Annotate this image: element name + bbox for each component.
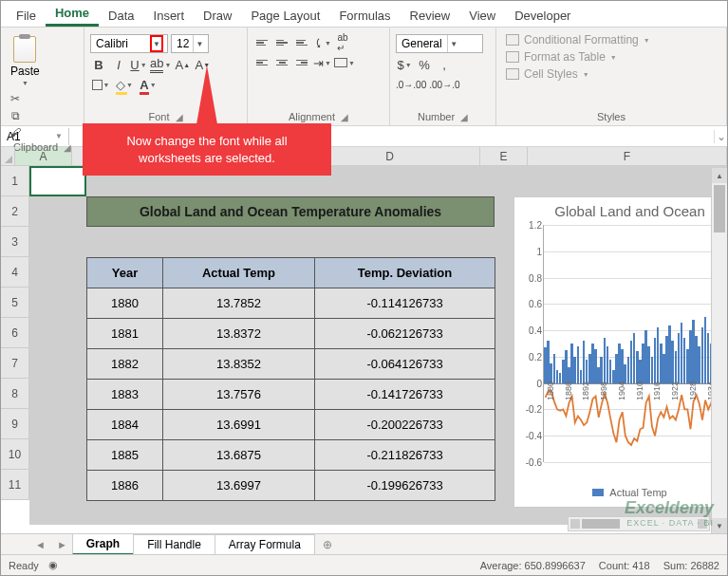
cell-actual[interactable]: 13.6875 bbox=[163, 440, 315, 471]
scroll-down-icon[interactable]: ▼ bbox=[712, 518, 727, 533]
row-header-4[interactable]: 4 bbox=[1, 257, 29, 288]
align-bottom-button[interactable] bbox=[293, 34, 310, 51]
align-middle-button[interactable] bbox=[273, 34, 290, 51]
comma-button[interactable]: , bbox=[436, 56, 453, 73]
cell-year[interactable]: 1886 bbox=[87, 471, 163, 501]
cell-actual[interactable]: 13.6991 bbox=[163, 410, 315, 440]
format-as-table-button[interactable]: Format as Table▼ bbox=[506, 50, 717, 64]
cell-dev[interactable]: -0.199626733 bbox=[315, 471, 495, 501]
alignment-launcher-icon[interactable]: ◢ bbox=[341, 112, 348, 122]
clipboard-launcher-icon[interactable]: ◢ bbox=[64, 142, 71, 153]
add-sheet-button[interactable]: ⊕ bbox=[315, 535, 340, 554]
chart[interactable]: Global Land and Ocean -0.6-0.4-0.200.20.… bbox=[513, 196, 728, 508]
col-header-f[interactable]: F bbox=[528, 147, 727, 166]
font-name-dropdown-icon[interactable]: ▼ bbox=[150, 35, 163, 52]
increase-font-button[interactable]: A▲ bbox=[174, 56, 191, 73]
row-header-3[interactable]: 3 bbox=[1, 227, 29, 257]
font-launcher-icon[interactable]: ◢ bbox=[176, 112, 183, 122]
cell-dev[interactable]: -0.062126733 bbox=[315, 319, 495, 349]
tab-draw[interactable]: Draw bbox=[194, 4, 241, 27]
font-name-combo[interactable]: Calibri ▼ bbox=[90, 34, 168, 53]
scroll-up-icon[interactable]: ▲ bbox=[712, 168, 727, 183]
conditional-formatting-button[interactable]: Conditional Formatting▼ bbox=[506, 33, 717, 46]
align-center-button[interactable] bbox=[273, 54, 290, 71]
cell-actual[interactable]: 13.8352 bbox=[163, 349, 315, 380]
sheet-nav-next-icon[interactable]: ► bbox=[51, 539, 73, 550]
cell-year[interactable]: 1881 bbox=[87, 319, 163, 349]
row-header-8[interactable]: 8 bbox=[1, 379, 29, 409]
wrap-text-button[interactable]: ab↵ bbox=[334, 34, 351, 51]
increase-decimal-button[interactable]: .0→.00 bbox=[396, 76, 426, 93]
cell-actual[interactable]: 13.7852 bbox=[163, 288, 315, 319]
font-size-dropdown-icon[interactable]: ▼ bbox=[193, 35, 206, 52]
italic-button[interactable]: I bbox=[110, 56, 127, 73]
horizontal-scrollbar[interactable] bbox=[568, 516, 710, 531]
col-header-e[interactable]: E bbox=[480, 147, 528, 166]
cell-styles-button[interactable]: Cell Styles▼ bbox=[506, 67, 717, 81]
row-header-5[interactable]: 5 bbox=[1, 288, 29, 318]
underline-button[interactable]: U▼ bbox=[130, 56, 147, 73]
copy-button[interactable]: ⧉ bbox=[7, 109, 24, 122]
vertical-scrollbar[interactable]: ▲ ▼ bbox=[711, 168, 727, 533]
cell-year[interactable]: 1885 bbox=[87, 440, 163, 471]
row-header-2[interactable]: 2 bbox=[1, 196, 29, 227]
tab-data[interactable]: Data bbox=[99, 4, 143, 27]
font-color-button[interactable]: A▼ bbox=[138, 76, 159, 93]
align-left-button[interactable] bbox=[253, 54, 271, 71]
align-right-button[interactable] bbox=[293, 54, 310, 71]
number-format-dropdown-icon[interactable]: ▼ bbox=[447, 35, 460, 52]
sheet-tab-array-formula[interactable]: Array Formula bbox=[215, 534, 315, 554]
cell-year[interactable]: 1883 bbox=[87, 380, 163, 410]
currency-button[interactable]: $▼ bbox=[396, 56, 413, 73]
borders-button[interactable]: ▼ bbox=[90, 76, 111, 93]
tab-formulas[interactable]: Formulas bbox=[329, 4, 400, 27]
cell-dev[interactable]: -0.211826733 bbox=[315, 440, 495, 471]
tab-file[interactable]: File bbox=[7, 4, 46, 27]
cell-dev[interactable]: -0.200226733 bbox=[315, 410, 495, 440]
macro-record-icon[interactable]: ◉ bbox=[48, 559, 58, 571]
paste-button[interactable]: Paste ▼ bbox=[7, 34, 44, 88]
cell-dev[interactable]: -0.064126733 bbox=[315, 349, 495, 380]
sheet-nav-prev-icon[interactable]: ◄ bbox=[29, 539, 51, 550]
percent-button[interactable]: % bbox=[416, 56, 433, 73]
select-all-button[interactable] bbox=[1, 147, 15, 166]
expand-formula-bar-icon[interactable]: ⌄ bbox=[714, 130, 727, 143]
cell-actual[interactable]: 13.6997 bbox=[163, 471, 315, 501]
sheet-tab-graph[interactable]: Graph bbox=[72, 533, 134, 555]
orientation-button[interactable]: ⤹▼ bbox=[313, 34, 331, 51]
bold-button[interactable]: B bbox=[90, 56, 107, 73]
number-launcher-icon[interactable]: ◢ bbox=[460, 112, 468, 122]
row-header-10[interactable]: 10 bbox=[1, 439, 29, 470]
cell-year[interactable]: 1884 bbox=[87, 410, 163, 440]
double-underline-button[interactable]: ab▼ bbox=[150, 56, 171, 73]
worksheet-grid[interactable]: 1234567891011 Global Land and Ocean Temp… bbox=[1, 166, 727, 525]
cell-a1-active[interactable] bbox=[29, 166, 86, 196]
row-header-9[interactable]: 9 bbox=[1, 409, 29, 439]
sheet-tab-fill-handle[interactable]: Fill Handle bbox=[133, 534, 215, 554]
tab-home[interactable]: Home bbox=[46, 1, 99, 27]
row-header-6[interactable]: 6 bbox=[1, 318, 29, 348]
tab-developer[interactable]: Developer bbox=[505, 4, 580, 27]
merge-button[interactable]: ▼ bbox=[334, 54, 355, 71]
cell-year[interactable]: 1880 bbox=[87, 288, 163, 319]
tab-view[interactable]: View bbox=[459, 4, 505, 27]
cut-button[interactable]: ✂ bbox=[7, 92, 24, 105]
tab-page-layout[interactable]: Page Layout bbox=[241, 4, 329, 27]
format-painter-button[interactable]: 🖌 bbox=[7, 126, 24, 139]
fill-color-button[interactable]: ◇▼ bbox=[114, 76, 135, 93]
row-header-11[interactable]: 11 bbox=[1, 470, 29, 500]
tab-review[interactable]: Review bbox=[401, 4, 460, 27]
cell-dev[interactable]: -0.114126733 bbox=[315, 288, 495, 319]
font-size-combo[interactable]: 12 ▼ bbox=[171, 34, 209, 53]
number-format-combo[interactable]: General ▼ bbox=[396, 34, 483, 53]
decrease-decimal-button[interactable]: .00→.0 bbox=[429, 76, 459, 93]
cell-actual[interactable]: 13.7576 bbox=[163, 380, 315, 410]
row-header-7[interactable]: 7 bbox=[1, 348, 29, 379]
row-header-1[interactable]: 1 bbox=[1, 166, 29, 196]
scroll-thumb[interactable] bbox=[714, 185, 725, 232]
cell-dev[interactable]: -0.141726733 bbox=[315, 380, 495, 410]
align-top-button[interactable] bbox=[253, 34, 271, 51]
cell-actual[interactable]: 13.8372 bbox=[163, 319, 315, 349]
cells-area[interactable]: Global Land and Ocean Temperature Anomal… bbox=[29, 166, 727, 525]
tab-insert[interactable]: Insert bbox=[144, 4, 195, 27]
